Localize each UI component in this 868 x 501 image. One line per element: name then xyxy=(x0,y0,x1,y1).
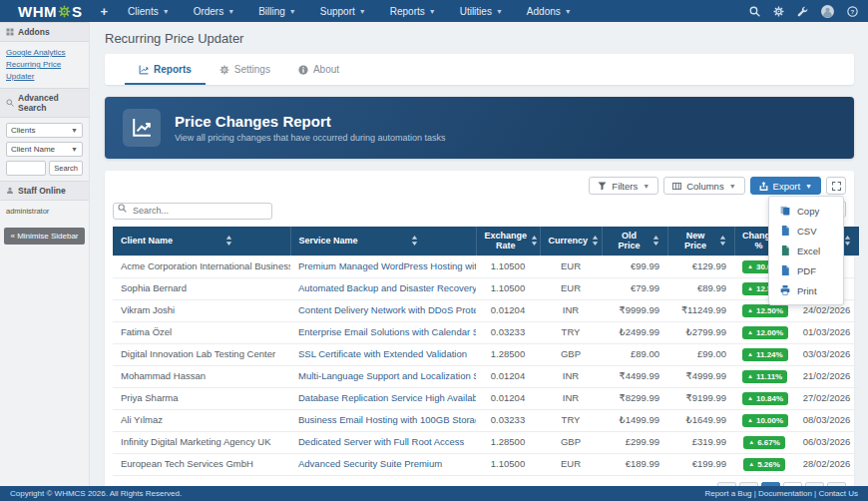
price-changes-table: Client NameService NameExchange RateCurr… xyxy=(113,227,859,476)
nav-right-icons: ? xyxy=(749,5,858,18)
expand-icon xyxy=(832,182,841,191)
service-link[interactable]: Automated Backup and Disaster Recovery P… xyxy=(298,282,476,293)
table-row: European Tech Services GmbHAdvanced Secu… xyxy=(113,453,859,475)
column-header-currency[interactable]: Currency xyxy=(540,227,602,256)
fullscreen-button[interactable] xyxy=(826,177,846,195)
bottom-link-report-a-bug[interactable]: Report a Bug xyxy=(704,489,751,498)
minimise-sidebar-button[interactable]: « Minimise Sidebar xyxy=(4,228,85,245)
advanced-search-body: Clients ▼ Client Name ▼ Search xyxy=(0,118,89,181)
service-link[interactable]: SSL Certificate with Extended Validation xyxy=(298,348,467,359)
report-table-card: Filters ▼ Columns ▼ Export ▼ xyxy=(105,171,854,486)
export-option-excel[interactable]: Excel xyxy=(769,241,843,260)
up-arrow-icon: ▲ xyxy=(748,438,754,447)
tab-about[interactable]: About xyxy=(284,54,353,85)
column-header-client-name[interactable]: Client Name xyxy=(113,227,290,256)
automation-gears-icon[interactable] xyxy=(773,6,784,17)
search-type-select[interactable]: Clients ▼ xyxy=(6,123,83,138)
change-badge: ▲10.00% xyxy=(742,414,788,427)
avatar[interactable] xyxy=(821,5,834,18)
chevron-down-icon: ▼ xyxy=(643,183,650,190)
copy-file-icon xyxy=(780,206,790,216)
column-header-service-name[interactable]: Service Name xyxy=(290,227,476,256)
export-option-csv[interactable]: CSV xyxy=(769,221,843,241)
table-row: Digital Innovation Lab Testing CenterSSL… xyxy=(113,343,859,365)
service-link[interactable]: Premium Managed WordPress Hosting with C… xyxy=(298,260,476,271)
chevron-down-icon: ▼ xyxy=(359,8,366,15)
table-row: Vikram JoshiContent Delivery Network wit… xyxy=(113,299,859,321)
nav-menu-support[interactable]: Support▼ xyxy=(310,0,376,22)
table-search-input[interactable] xyxy=(113,203,272,220)
sidebar-link-recurring-price-updater[interactable]: Recurring Price Updater xyxy=(6,59,83,83)
column-header-exchange-rate[interactable]: Exchange Rate xyxy=(476,227,540,256)
bottom-link-contact-us[interactable]: Contact Us xyxy=(818,489,858,498)
quick-add-button[interactable]: + xyxy=(101,4,109,19)
table-toolbar: Filters ▼ Columns ▼ Export ▼ xyxy=(113,177,846,195)
brand-suffix: S xyxy=(72,3,83,20)
sidebar-addons-header[interactable]: Addons xyxy=(0,22,89,42)
service-link[interactable]: Business Email Hosting with 100GB Storag… xyxy=(298,414,476,425)
change-badge: ▲12.00% xyxy=(742,326,788,339)
main-content: Recurring Price Updater ReportsSettingsA… xyxy=(91,22,868,486)
nav-menu-billing[interactable]: Billing▼ xyxy=(248,0,306,22)
nav-menu-clients[interactable]: Clients▼ xyxy=(118,0,180,22)
search-field-select[interactable]: Client Name ▼ xyxy=(6,142,83,157)
tab-settings[interactable]: Settings xyxy=(206,54,284,85)
sort-icon xyxy=(592,236,599,246)
addon-links: Google AnalyticsRecurring Price Updater xyxy=(0,42,89,88)
print-file-icon xyxy=(780,285,790,295)
nav-menu-utilities[interactable]: Utilities▼ xyxy=(450,0,513,22)
sidebar-staff-online-header[interactable]: Staff Online xyxy=(0,181,89,201)
table-row: Infinity Digital Marketing Agency UKDedi… xyxy=(113,431,859,453)
service-link[interactable]: Multi-Language Support and Localization … xyxy=(298,370,476,381)
column-header-old-price[interactable]: Old Price xyxy=(602,227,667,256)
up-arrow-icon: ▲ xyxy=(748,460,754,469)
up-arrow-icon: ▲ xyxy=(747,372,753,381)
columns-icon xyxy=(672,182,681,191)
export-option-copy[interactable]: Copy xyxy=(769,201,843,221)
nav-menu-addons[interactable]: Addons▼ xyxy=(517,0,582,22)
sidebar-link-google-analytics[interactable]: Google Analytics xyxy=(6,47,83,59)
search-icon[interactable] xyxy=(749,6,760,17)
columns-button[interactable]: Columns ▼ xyxy=(663,177,744,195)
sidebar-advanced-search-header[interactable]: Advanced Search xyxy=(0,88,89,118)
sort-icon xyxy=(652,236,659,246)
chevron-down-icon: ▼ xyxy=(71,146,78,153)
bottom-link-documentation[interactable]: Documentation xyxy=(758,489,812,498)
up-arrow-icon: ▲ xyxy=(747,306,753,315)
service-link[interactable]: Database Replication Service High Availa… xyxy=(298,392,476,403)
up-arrow-icon: ▲ xyxy=(747,416,753,425)
export-option-print[interactable]: Print xyxy=(769,280,843,300)
nav-menu-orders[interactable]: Orders▼ xyxy=(184,0,245,22)
tab-reports[interactable]: Reports xyxy=(125,54,206,85)
whmcs-admin-page: WHM S + Clients▼Orders▼Billing▼Support▼R… xyxy=(0,0,868,501)
service-link[interactable]: Dedicated Server with Full Root Access xyxy=(298,436,464,447)
up-arrow-icon: ▲ xyxy=(747,284,753,293)
banner-subtitle: View all pricing changes that have occur… xyxy=(175,133,446,143)
sort-icon xyxy=(844,236,851,246)
bottom-links: Report a Bug | Documentation | Contact U… xyxy=(704,489,858,498)
export-option-pdf[interactable]: PDF xyxy=(769,260,843,280)
sidebar-search-button[interactable]: Search xyxy=(49,161,83,176)
whmcs-logo[interactable]: WHM S xyxy=(18,3,83,20)
sidebar-search-input[interactable] xyxy=(6,161,46,176)
change-badge: ▲5.26% xyxy=(743,458,785,471)
sort-icon xyxy=(225,236,232,246)
sidebar: Addons Google AnalyticsRecurring Price U… xyxy=(0,22,90,486)
column-header-new-price[interactable]: New Price xyxy=(667,227,734,256)
chevron-down-icon: ▼ xyxy=(496,8,503,15)
export-button[interactable]: Export ▼ xyxy=(750,177,821,195)
wrench-icon[interactable] xyxy=(797,6,808,17)
service-link[interactable]: Advanced Security Suite Premium xyxy=(298,458,442,469)
table-row: Priya SharmaDatabase Replication Service… xyxy=(113,387,859,409)
nav-menu-reports[interactable]: Reports▼ xyxy=(380,0,446,22)
filters-button[interactable]: Filters ▼ xyxy=(589,177,658,195)
service-link[interactable]: Enterprise Email Solutions with Calendar… xyxy=(298,326,476,337)
service-link[interactable]: Content Delivery Network with DDoS Prote… xyxy=(298,304,476,315)
chevron-down-icon: ▼ xyxy=(227,8,234,15)
export-menu: CopyCSVExcelPDFPrint xyxy=(768,196,844,305)
person-icon xyxy=(6,187,14,195)
brand-prefix: WHM xyxy=(18,3,57,20)
table-body: Acme Corporation International Business … xyxy=(113,255,859,475)
help-icon[interactable]: ? xyxy=(847,6,858,17)
change-badge: ▲6.67% xyxy=(743,436,785,449)
